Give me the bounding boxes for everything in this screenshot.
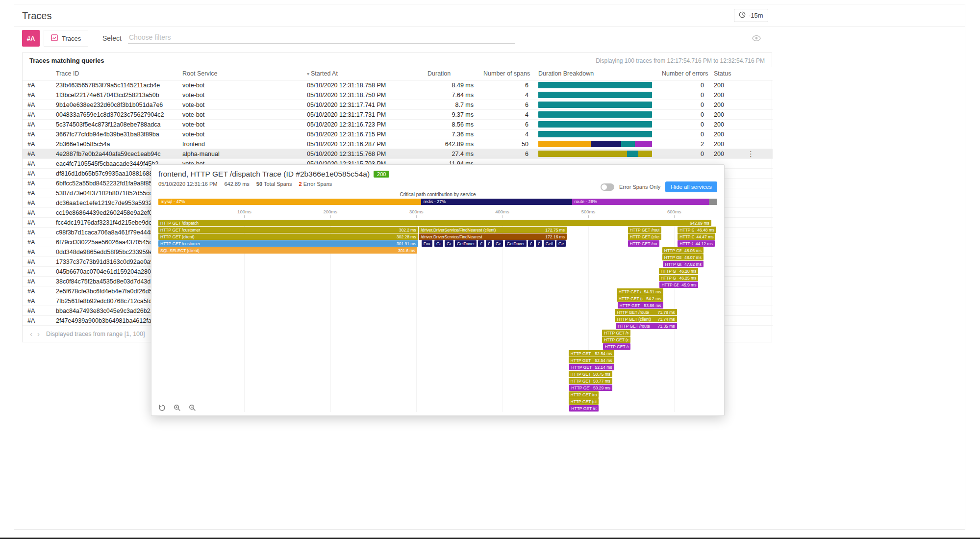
gantt-span[interactable]: SQL SELECT (client)301.6 ms xyxy=(158,247,417,254)
span-label: HTTP GET (client) xyxy=(619,296,643,301)
column-header-duration[interactable]: Duration xyxy=(423,67,478,80)
gantt-span[interactable]: HTTP GET /route xyxy=(628,240,660,247)
gantt-span[interactable]: HTTP GET /route71.78 ms xyxy=(615,309,677,315)
gantt-span[interactable]: HTTP GET /route xyxy=(603,343,630,350)
cell-actions xyxy=(740,257,773,267)
gantt-span[interactable]: HTTP GET (client)54.2 ms xyxy=(617,295,663,302)
gantt-span[interactable]: HTTP GET (client)50.77 ms xyxy=(569,378,612,384)
trace-row[interactable]: #A23fb4635657853f79a5c1145211acb4evote-b… xyxy=(23,80,773,90)
span-label: Find... xyxy=(424,241,431,246)
column-header-trace-id[interactable]: Trace ID xyxy=(51,67,177,80)
gantt-span[interactable]: GetDriver (client) xyxy=(455,240,477,247)
gantt-row: HTTP GET /route xyxy=(158,405,717,412)
column-header-errors[interactable]: Number of errors xyxy=(657,67,709,80)
gantt-span[interactable]: HTTP GET /route44.12 ms xyxy=(678,240,714,247)
gantt-span[interactable]: HTTP GET /route50.75 ms xyxy=(569,371,612,377)
gantt-span[interactable]: HTTP GET /route xyxy=(569,405,599,412)
gantt-span[interactable]: Get... xyxy=(434,240,443,247)
column-header-status[interactable]: Status xyxy=(709,67,740,80)
eye-icon[interactable] xyxy=(752,34,761,43)
gantt-span[interactable]: HTTP GET /route52.14 ms xyxy=(569,364,614,370)
gantt-span[interactable]: G... xyxy=(478,240,484,247)
span-label: HTTP GET /route xyxy=(620,303,641,308)
gantt-span[interactable]: HTTP GET (client) xyxy=(602,336,630,343)
trace-row[interactable]: #A3667fc77cfdb94e4b39be31ba83f89bavote-b… xyxy=(23,129,773,139)
row-actions-icon[interactable]: ⋮ xyxy=(745,150,756,158)
zoom-out-icon[interactable] xyxy=(189,404,196,412)
gantt-span[interactable]: G... xyxy=(528,240,534,247)
gantt-span[interactable]: HTTP GET /route71.35 ms xyxy=(616,323,677,329)
gantt-span[interactable]: Find... xyxy=(422,240,433,247)
filter-input[interactable] xyxy=(128,31,515,44)
cell-spans: 6 xyxy=(478,100,533,110)
gantt-span[interactable]: HTTP GET /route46.48 ms xyxy=(678,227,716,233)
cell-tag: #A xyxy=(23,110,51,120)
gantt-span[interactable]: GetD... xyxy=(556,240,566,247)
tab-traces[interactable]: Traces xyxy=(44,30,88,47)
gantt-span[interactable]: HTTP GET /route45.9 ms xyxy=(659,282,698,288)
gantt-span[interactable]: HTTP GET (client) xyxy=(569,398,599,405)
next-page-button[interactable]: › xyxy=(36,330,41,338)
column-header-actions[interactable] xyxy=(740,67,773,80)
gantt-span[interactable]: HTTP GET /route xyxy=(628,227,661,233)
gantt-span[interactable]: /driver.DriverService/FindNearest (clien… xyxy=(419,227,567,233)
gantt-span[interactable]: GetDriver (client) xyxy=(505,240,527,247)
cell-spans: 4 xyxy=(478,110,533,120)
column-header-started-at[interactable]: ▾Started At xyxy=(302,67,423,80)
column-header-spans[interactable]: Number of spans xyxy=(478,67,533,80)
span-label: HTTP GET /route xyxy=(571,351,592,356)
gantt-span[interactable]: HTTP GET (client)302.28 ms xyxy=(158,233,418,240)
time-range-selector[interactable]: -15m xyxy=(734,9,768,22)
sort-icon[interactable]: ▾ xyxy=(307,71,309,77)
zoom-in-icon[interactable] xyxy=(174,404,181,412)
gantt-span[interactable]: HTTP GET (client)71.74 ms xyxy=(615,316,677,322)
column-header-breakdown[interactable]: Duration Breakdown xyxy=(533,67,657,80)
gantt-span[interactable]: Get... xyxy=(445,240,453,247)
gantt-span[interactable]: HTTP GET (client) xyxy=(628,233,661,240)
gantt-span[interactable]: HTTP GET /route xyxy=(569,391,599,398)
gantt-row: HTTP GET /route xyxy=(158,343,717,350)
hide-all-services-button[interactable]: Hide all services xyxy=(665,181,717,192)
gantt-span[interactable]: HTTP GET /route46.28 ms xyxy=(659,268,699,274)
gantt-span[interactable]: HTTP GET (client)48.07 ms xyxy=(662,254,704,260)
gantt-span[interactable]: HTTP GET (client)46.25 ms xyxy=(659,275,699,281)
gantt-span[interactable]: HTTP GET /route48.06 ms xyxy=(662,247,704,254)
query-badge[interactable]: #A xyxy=(22,30,40,47)
gantt-span[interactable]: HTTP GET (client)52.54 ms xyxy=(569,357,614,363)
gantt-span[interactable]: /driver.DriverService/FindNearest172.16 … xyxy=(419,233,567,240)
span-label: HTTP GET /route xyxy=(665,262,681,267)
gantt-span[interactable]: HTTP GET /route47.82 ms xyxy=(663,261,704,267)
reset-zoom-icon[interactable] xyxy=(158,404,166,412)
cell-tag: #A xyxy=(23,237,51,247)
error-spans-toggle[interactable] xyxy=(601,183,614,191)
trace-row[interactable]: #A2b366e1e0585c54afrontend05/10/2020 12:… xyxy=(23,139,773,149)
trace-row[interactable]: #A4e2887fb7e0b2a440afa59cec1eab94calpha-… xyxy=(23,149,773,159)
trace-row[interactable]: #A004833a7659e1c8d37023c75627904c2vote-b… xyxy=(23,110,773,120)
gantt-span[interactable]: HTTP GET /route52.54 ms xyxy=(569,350,614,357)
gantt-span[interactable]: HTTP GET /route xyxy=(602,330,630,336)
gantt-span[interactable]: HTTP GET /route50.29 ms xyxy=(569,385,612,391)
trace-row[interactable]: #A1f3bcef22174e61704f3cd258213a50bvote-b… xyxy=(23,90,773,100)
gantt-span[interactable]: HTTP GET /customer302.2 ms xyxy=(158,227,418,233)
trace-title: frontend, HTTP GET /dispatch Trace (ID #… xyxy=(158,170,370,179)
breakdown-segment xyxy=(621,141,635,147)
gantt-span[interactable]: HTTP GET (client)44.47 ms xyxy=(678,233,715,240)
gantt-span[interactable]: HTTP GET /dispatch642.89 ms xyxy=(158,220,711,226)
span-label: HTTP GET /route xyxy=(664,248,681,253)
span-label: HTTP GET (client) xyxy=(661,276,677,281)
gantt-span[interactable]: Get... xyxy=(494,240,503,247)
gantt-row: HTTP GET /route47.82 ms xyxy=(158,261,717,268)
gantt-span[interactable]: GetDri... xyxy=(544,240,555,247)
gantt-span[interactable]: HTTP GET /customer301.91 ms xyxy=(158,240,418,247)
trace-row[interactable]: #A5c374503f5e4c873f12a08ebe788adcavote-b… xyxy=(23,120,773,129)
gantt-span[interactable]: HTTP GET /route53.66 ms xyxy=(618,302,663,309)
gantt-span[interactable]: G... xyxy=(486,240,492,247)
column-header-root-service[interactable]: Root Service xyxy=(177,67,302,80)
gantt-span[interactable]: HTTP GET /route54.31 ms xyxy=(617,288,663,295)
column-header-tag[interactable] xyxy=(23,67,51,80)
cell-tag: #A xyxy=(23,188,51,198)
gantt-span[interactable]: G... xyxy=(536,240,542,247)
prev-page-button[interactable]: ‹ xyxy=(28,330,34,338)
trace-row[interactable]: #A9b1e0e638ee232d60c8f3b1b051da7e6vote-b… xyxy=(23,100,773,110)
cell-tag: #A xyxy=(23,129,51,139)
